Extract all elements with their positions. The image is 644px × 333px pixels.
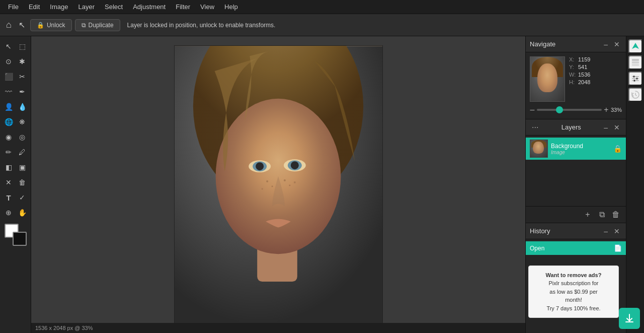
gradient-tool[interactable]: ▣: [16, 160, 29, 174]
text-tool[interactable]: T: [3, 190, 15, 205]
x-label: X:: [569, 56, 576, 62]
marquee-tool[interactable]: ⬚: [16, 39, 29, 53]
svg-point-3: [215, 98, 341, 254]
menu-select[interactable]: Select: [101, 2, 127, 12]
menu-edit[interactable]: Edit: [25, 2, 44, 12]
ad-panel: Want to remove ads? Pixlr subscription f…: [528, 265, 619, 318]
copy-layer-button[interactable]: ⧉: [596, 209, 608, 221]
history-open-icon: 📄: [614, 244, 622, 252]
nav-coords: X: 1159 Y: 541 W: 1536 H:: [569, 56, 590, 85]
history-minimize[interactable]: –: [602, 226, 610, 236]
duplicate-button[interactable]: ⧉ Duplicate: [75, 19, 120, 31]
far-history-button[interactable]: [628, 88, 642, 102]
menu-layer[interactable]: Layer: [74, 2, 99, 12]
ad-line2: Pixlr subscription for: [536, 279, 611, 288]
far-adjust-button[interactable]: [628, 72, 642, 86]
zoom-in-button[interactable]: +: [604, 105, 609, 115]
layer-item[interactable]: Background Image 🔒: [526, 138, 626, 160]
history-close[interactable]: ✕: [612, 226, 622, 236]
menu-filter[interactable]: Filter: [172, 2, 194, 12]
w-label: W:: [569, 72, 576, 78]
transform-tool[interactable]: ✕: [3, 175, 15, 189]
status-bar: 1536 x 2048 px @ 33%: [31, 323, 525, 333]
portrait-svg: [175, 45, 382, 324]
nav-tools: 🌐 ❋: [3, 115, 29, 129]
layers-minimize[interactable]: –: [602, 122, 610, 132]
delete-layer-button[interactable]: 🗑: [610, 209, 622, 221]
layers-panel: ··· Layers – ✕ Background Image: [526, 119, 626, 223]
select-tool[interactable]: ↖: [3, 39, 15, 53]
canvas-area[interactable]: 1536 x 2048 px @ 33%: [31, 36, 525, 333]
fill-tool[interactable]: ◧: [3, 160, 15, 174]
menu-help[interactable]: Help: [220, 2, 242, 12]
hand-tool[interactable]: 🌐: [3, 115, 15, 129]
navigate-close[interactable]: ✕: [612, 39, 622, 49]
ad-line1: Want to remove ads?: [536, 271, 611, 280]
far-navigate-button[interactable]: [628, 39, 642, 53]
lt-face: [533, 142, 544, 154]
eraser-tool[interactable]: ◉: [3, 130, 15, 144]
zoom-out-button[interactable]: –: [530, 105, 535, 115]
navigate-content: X: 1159 Y: 541 W: 1536 H:: [526, 52, 626, 119]
dodge2-tool[interactable]: ◎: [16, 130, 29, 144]
scissors-tool[interactable]: ✂: [16, 70, 29, 84]
home-button[interactable]: ⌂: [4, 18, 14, 32]
svg-point-10: [266, 180, 268, 182]
layers-controls: – ✕: [602, 122, 622, 132]
history-far-icon: [631, 90, 640, 99]
layers-close[interactable]: ✕: [612, 122, 622, 132]
clone-tool[interactable]: ✒: [16, 85, 29, 99]
menu-image[interactable]: Image: [46, 2, 72, 12]
svg-point-11: [271, 185, 273, 187]
pattern-tool[interactable]: ❋: [16, 115, 29, 129]
h-value: 2048: [578, 79, 590, 85]
menu-file[interactable]: File: [4, 2, 23, 12]
blur-tool[interactable]: 💧: [16, 100, 29, 114]
svg-rect-19: [632, 64, 639, 66]
hand2-tool[interactable]: ✋: [16, 206, 29, 220]
color-swatch[interactable]: [5, 224, 27, 246]
zoom-slider[interactable]: [537, 109, 602, 111]
magic-tool[interactable]: ✱: [16, 54, 29, 69]
svg-point-12: [283, 179, 285, 181]
history-open-label: Open: [530, 245, 544, 252]
navigate-title: Navigate: [530, 40, 555, 48]
adjust-far-icon: [631, 74, 640, 83]
layers-more-button[interactable]: ···: [530, 122, 540, 133]
menubar: File Edit Image Layer Select Adjustment …: [0, 0, 644, 14]
menu-adjustment[interactable]: Adjustment: [129, 2, 170, 12]
navigate-minimize[interactable]: –: [602, 39, 610, 49]
history-title: History: [530, 227, 550, 235]
dodge-tools: 👤 💧: [3, 100, 29, 114]
add-layer-button[interactable]: +: [582, 209, 594, 221]
download-button[interactable]: [619, 308, 640, 329]
layers-title: Layers: [561, 123, 581, 131]
background-color[interactable]: [13, 232, 27, 246]
history-item[interactable]: Open 📄: [526, 241, 626, 255]
w-value: 1536: [578, 72, 590, 78]
layer-thumbnail: [530, 140, 548, 158]
svg-point-6: [256, 162, 264, 170]
navigate-controls: – ✕: [602, 39, 622, 49]
heal-tool[interactable]: 〰: [3, 85, 15, 99]
far-layers-button[interactable]: [628, 55, 642, 70]
pen-tool[interactable]: 🖊: [16, 145, 29, 159]
move-tool[interactable]: 🗑: [16, 175, 29, 189]
crop-tool[interactable]: ⬛: [3, 70, 15, 84]
history-header: History – ✕: [526, 223, 626, 239]
cursor-button[interactable]: ↖: [17, 18, 27, 32]
lasso-tool[interactable]: ⊙: [3, 54, 15, 69]
y-label: Y:: [569, 64, 576, 70]
zoom-tool[interactable]: ⊕: [3, 206, 15, 220]
svg-rect-17: [632, 59, 639, 61]
measure-tool[interactable]: ✓: [16, 190, 29, 205]
unlock-button[interactable]: 🔒 Unlock: [30, 19, 72, 31]
dodge-tool[interactable]: 👤: [3, 100, 15, 114]
download-icon: [624, 313, 635, 324]
svg-point-13: [289, 184, 290, 186]
brush-tool[interactable]: ✏: [3, 145, 15, 159]
menu-view[interactable]: View: [196, 2, 218, 12]
svg-point-25: [633, 80, 635, 82]
duplicate-icon: ⧉: [82, 22, 86, 29]
layer-lock-icon[interactable]: 🔒: [613, 145, 622, 153]
